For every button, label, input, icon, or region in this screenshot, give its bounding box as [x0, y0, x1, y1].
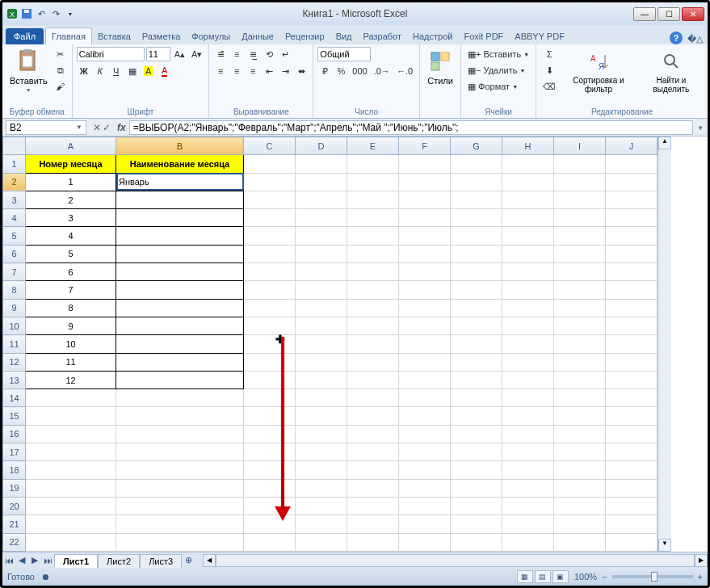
cell[interactable] [296, 335, 347, 353]
scroll-track[interactable] [216, 554, 695, 567]
cell[interactable] [554, 173, 606, 191]
cell[interactable] [347, 317, 399, 334]
tab-developer[interactable]: Разработ [358, 28, 407, 44]
cell[interactable] [451, 407, 502, 425]
insert-cells-button[interactable]: ▦+Вставить▼ [465, 47, 531, 61]
cell[interactable] [347, 443, 399, 461]
cell[interactable] [399, 497, 451, 514]
collapse-ribbon-icon[interactable]: �△ [687, 34, 703, 44]
cell[interactable] [347, 155, 399, 173]
cell[interactable] [554, 335, 606, 353]
cell[interactable] [451, 389, 502, 407]
minimize-button[interactable]: — [633, 7, 656, 21]
zoom-slider[interactable] [612, 575, 693, 578]
macro-record-icon[interactable]: ⏺ [41, 572, 50, 582]
cell[interactable]: 1 [26, 173, 116, 191]
cell[interactable] [116, 263, 244, 281]
cell[interactable] [554, 209, 606, 227]
cell[interactable]: 11 [26, 353, 116, 371]
cell[interactable] [347, 299, 399, 317]
cell[interactable] [502, 479, 554, 497]
column-header[interactable]: F [399, 137, 451, 155]
cell[interactable] [606, 533, 657, 551]
new-sheet-icon[interactable]: ⊕ [182, 555, 195, 565]
cell[interactable]: 4 [26, 227, 116, 245]
cell[interactable] [606, 245, 657, 262]
page-layout-view-icon[interactable]: ▤ [535, 570, 551, 583]
bold-button[interactable]: Ж [77, 64, 91, 78]
cell[interactable] [244, 191, 296, 208]
sort-filter-button[interactable]: АЯ Сортировка и фильтр [561, 47, 636, 95]
cell[interactable] [502, 443, 554, 461]
cell[interactable] [244, 227, 296, 245]
sheet-tab[interactable]: Лист1 [54, 554, 98, 568]
font-size-input[interactable] [146, 47, 170, 61]
cell[interactable] [554, 497, 606, 514]
column-header[interactable]: D [296, 137, 347, 155]
expand-formula-icon[interactable]: ▾ [693, 124, 708, 132]
increase-font-icon[interactable]: A▴ [172, 47, 187, 61]
scroll-right-icon[interactable]: ▶ [695, 554, 708, 567]
cell[interactable] [554, 443, 606, 461]
worksheet-grid[interactable]: ABCDEFGHIJ1Номер месяцаНаименование меся… [2, 136, 708, 552]
cell[interactable] [296, 155, 347, 173]
cell[interactable] [116, 353, 244, 371]
cell[interactable]: Номер месяца [26, 155, 116, 173]
zoom-level[interactable]: 100% [574, 572, 597, 582]
cell[interactable] [244, 281, 296, 299]
find-select-button[interactable]: Найти и выделить [639, 47, 704, 95]
cell[interactable]: Наименование месяца [116, 155, 244, 173]
cell[interactable] [347, 515, 399, 533]
cell[interactable] [451, 227, 502, 245]
align-center-icon[interactable]: ≡ [229, 64, 244, 78]
cell[interactable]: 6 [26, 263, 116, 281]
cell[interactable] [502, 281, 554, 299]
paste-button[interactable]: Вставить ▼ [6, 47, 51, 94]
cell[interactable] [116, 407, 244, 425]
number-format-select[interactable] [317, 47, 371, 61]
cell[interactable] [554, 515, 606, 533]
cell[interactable] [451, 443, 502, 461]
row-header[interactable]: 4 [3, 209, 26, 227]
cell[interactable] [116, 371, 244, 388]
cell[interactable] [554, 407, 606, 425]
row-header[interactable]: 18 [3, 461, 26, 479]
cell[interactable] [606, 443, 657, 461]
cell[interactable] [116, 299, 244, 317]
cell[interactable] [116, 533, 244, 551]
row-header[interactable]: 3 [3, 191, 26, 208]
cell[interactable] [606, 227, 657, 245]
cell[interactable] [26, 443, 116, 461]
cell[interactable] [399, 299, 451, 317]
cell[interactable] [451, 425, 502, 443]
cell[interactable] [502, 191, 554, 208]
decrease-indent-icon[interactable]: ⇤ [262, 64, 276, 78]
cell[interactable] [116, 497, 244, 514]
cell[interactable] [451, 353, 502, 371]
redo-icon[interactable]: ↷ [49, 7, 62, 20]
cell[interactable] [554, 317, 606, 334]
qat-dropdown-icon[interactable]: ▼ [64, 7, 77, 20]
row-header[interactable]: 9 [3, 299, 26, 317]
cell[interactable] [244, 425, 296, 443]
format-cells-button[interactable]: ▦Формат▼ [465, 79, 520, 94]
percent-icon[interactable]: % [334, 64, 348, 78]
cell[interactable] [399, 515, 451, 533]
cell[interactable] [296, 497, 347, 514]
cell[interactable] [502, 209, 554, 227]
maximize-button[interactable]: ☐ [657, 7, 680, 21]
underline-button[interactable]: Ч [109, 64, 124, 78]
cell[interactable] [296, 191, 347, 208]
row-header[interactable]: 15 [3, 407, 26, 425]
cell[interactable] [399, 479, 451, 497]
cell[interactable] [606, 317, 657, 334]
help-icon[interactable]: ? [670, 32, 683, 44]
cell[interactable] [502, 461, 554, 479]
cell[interactable] [451, 317, 502, 334]
cell[interactable] [451, 371, 502, 388]
cell[interactable] [554, 371, 606, 388]
cell[interactable] [451, 533, 502, 551]
cell[interactable] [347, 173, 399, 191]
cell[interactable] [451, 461, 502, 479]
cell[interactable] [399, 155, 451, 173]
